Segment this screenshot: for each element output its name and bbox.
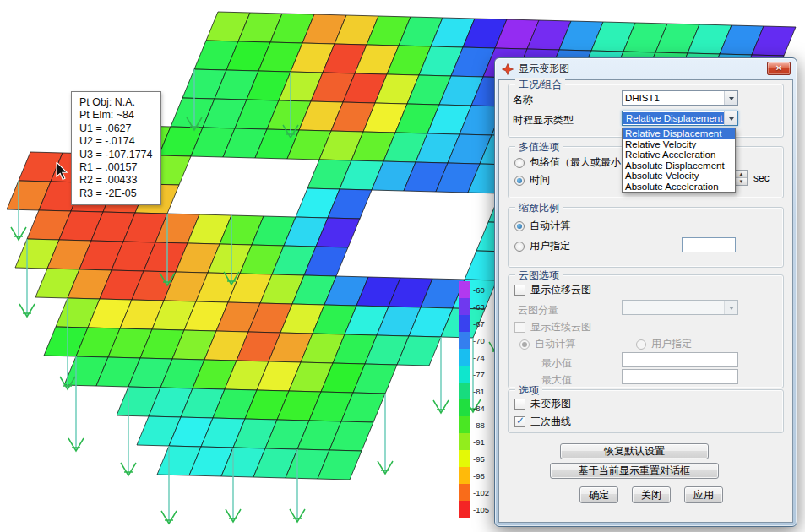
time-radio-circle	[514, 176, 525, 186]
max-value-label: 最大值	[541, 373, 572, 388]
cubic-curve-checkbox-box	[514, 416, 525, 427]
spin-up-button[interactable]: ▲	[736, 171, 747, 178]
scale-user-radio-label: 用户指定	[530, 239, 570, 253]
legend-entry: -88	[459, 416, 489, 433]
time-unit-label: sec	[753, 172, 770, 184]
legend-value: -70	[473, 336, 485, 345]
group-contour-options-label: 云图选项	[515, 269, 563, 283]
dropdown-option[interactable]: Relative Displacement	[623, 128, 735, 139]
dropdown-option[interactable]: Absolute Velocity	[623, 171, 735, 182]
legend-value: -102	[473, 488, 489, 497]
legend-color-swatch	[459, 349, 470, 366]
legend-entry: -95	[459, 450, 489, 467]
scale-user-radio[interactable]: 用户指定	[514, 240, 570, 252]
legend-color-swatch	[459, 433, 470, 450]
legend-color-swatch	[459, 315, 470, 332]
envelope-radio[interactable]: 包络值（最大或最小）	[514, 156, 631, 169]
tooltip-line: R1 = .00157	[79, 161, 153, 174]
show-contour-checkbox-label: 显示位移云图	[530, 283, 591, 297]
ok-button[interactable]: 确定	[579, 486, 618, 503]
legend-color-swatch	[459, 450, 470, 467]
legend-entry: -74	[459, 349, 489, 366]
group-scaling: 缩放比例	[508, 207, 784, 268]
dropdown-option[interactable]: Absolute Displacement	[623, 160, 735, 171]
reset-from-display-button[interactable]: 基于当前显示重置对话框	[550, 463, 719, 479]
chevron-down-icon	[724, 91, 737, 105]
envelope-radio-circle	[514, 158, 525, 168]
display-type-dropdown-list: Relative Displacement Relative Velocity …	[622, 128, 736, 193]
app-icon	[502, 63, 514, 75]
legend-color-swatch	[459, 281, 470, 298]
legend-color-swatch	[459, 298, 470, 315]
contour-auto-radio[interactable]: 自动计算	[519, 338, 575, 350]
legend-entry: -70	[459, 332, 489, 349]
continuous-contour-checkbox-box	[514, 322, 525, 333]
legend-value: -95	[473, 454, 485, 464]
continuous-contour-checkbox-label: 显示连续云图	[530, 320, 591, 334]
tooltip-line: Pt Obj: N.A.	[79, 96, 153, 109]
apply-button[interactable]: 应用	[684, 486, 723, 503]
contour-component-label: 云图分量	[518, 303, 558, 318]
min-value-input[interactable]	[622, 352, 738, 367]
legend-color-swatch	[459, 501, 470, 518]
legend-color-swatch	[459, 366, 470, 383]
chevron-down-icon	[724, 301, 737, 314]
tooltip-line: Pt Elm: ~84	[79, 109, 153, 122]
spin-down-button[interactable]: ▼	[736, 178, 747, 185]
close-action-button[interactable]: 关闭	[632, 486, 671, 503]
contour-auto-radio-label: 自动计算	[535, 337, 575, 351]
scale-value-input[interactable]	[682, 237, 736, 252]
legend-value: -98	[473, 471, 485, 480]
legend-color-swatch	[459, 416, 470, 433]
dropdown-option[interactable]: Relative Acceleration	[623, 149, 735, 160]
envelope-radio-label: 包络值（最大或最小）	[530, 155, 631, 170]
display-type-label: 时程显示类型	[513, 113, 574, 128]
dropdown-option[interactable]: Relative Velocity	[623, 139, 735, 150]
legend-entry: -60	[459, 281, 489, 298]
restore-defaults-button[interactable]: 恢复默认设置	[560, 443, 709, 459]
show-contour-checkbox-box	[514, 285, 525, 296]
tooltip-line: R2 = .00433	[79, 174, 153, 187]
show-contour-checkbox[interactable]: 显示位移云图	[514, 284, 591, 296]
dropdown-option[interactable]: Absolute Acceleration	[623, 182, 735, 193]
undeformed-shape-checkbox-box	[514, 399, 525, 410]
legend-value: -84	[473, 404, 485, 413]
tooltip-line: U3 = -107.1774	[79, 149, 153, 161]
time-radio-label: 时间	[530, 173, 550, 187]
group-multivalue-label: 多值选项	[515, 140, 563, 155]
case-name-value: DHIST1	[623, 91, 724, 105]
contour-user-radio-circle	[636, 339, 646, 350]
close-icon: ✕	[775, 64, 782, 73]
contour-user-radio[interactable]: 用户指定	[636, 338, 692, 350]
chevron-down-icon	[724, 111, 737, 125]
scale-auto-radio[interactable]: 自动计算	[514, 220, 570, 232]
name-label: 名称	[513, 93, 533, 107]
contour-component-select[interactable]	[622, 300, 738, 315]
cubic-curve-checkbox[interactable]: 三次曲线	[514, 415, 571, 428]
legend-value: -77	[473, 370, 485, 379]
contour-user-radio-label: 用户指定	[651, 337, 692, 351]
legend-color-swatch	[459, 484, 470, 501]
time-spinner: ▲ ▼	[735, 170, 748, 186]
cubic-curve-checkbox-label: 三次曲线	[530, 415, 571, 429]
group-case-combo-label: 工况/组合	[515, 78, 565, 92]
undeformed-shape-checkbox[interactable]: 未变形图	[514, 398, 571, 410]
display-type-select[interactable]: Relative Displacement	[622, 111, 738, 126]
tooltip-line: U1 = .0627	[79, 122, 153, 135]
continuous-contour-checkbox[interactable]: 显示连续云图	[514, 321, 591, 334]
group-scaling-label: 缩放比例	[515, 201, 563, 215]
display-deformed-shape-dialog: 显示变形图 ✕ 工况/组合 名称 DHIST1 时程显示类型 Relative …	[494, 57, 797, 527]
legend-color-swatch	[459, 383, 470, 399]
legend-value: -91	[473, 437, 485, 447]
dialog-titlebar[interactable]: 显示变形图 ✕	[498, 58, 793, 79]
legend-entry: -63	[459, 298, 489, 315]
legend-value: -105	[473, 505, 489, 514]
application-window: Pt Obj: N.A. Pt Elm: ~84 U1 = .0627 U2 =…	[0, 0, 805, 532]
legend-value: -88	[473, 421, 485, 430]
scale-auto-radio-label: 自动计算	[530, 219, 570, 233]
scale-auto-radio-circle	[514, 221, 525, 231]
max-value-input[interactable]	[622, 369, 738, 384]
close-button[interactable]: ✕	[767, 62, 791, 75]
time-radio[interactable]: 时间	[514, 174, 550, 187]
case-name-select[interactable]: DHIST1	[622, 90, 738, 106]
